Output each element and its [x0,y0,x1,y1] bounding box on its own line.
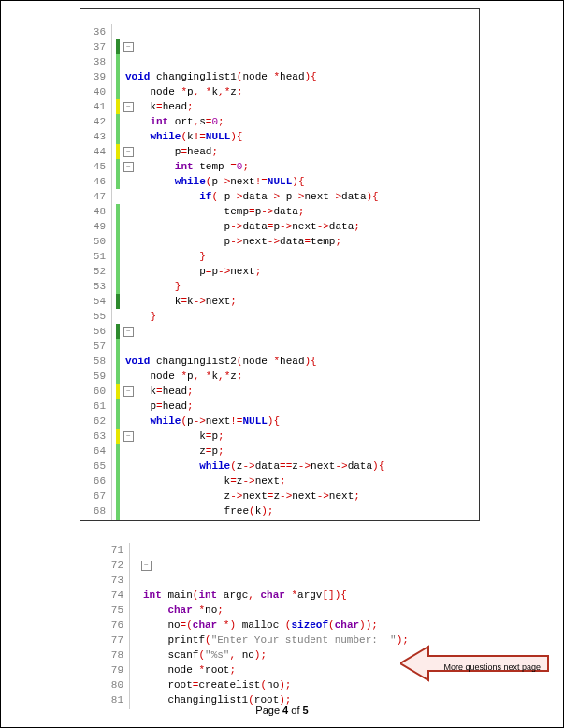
line-number: 57 [80,339,106,354]
line-number: 52 [80,264,106,279]
line-number: 40 [80,84,106,99]
line-number: 74 [98,588,123,603]
code-line: z->next=z->next->next; [125,488,479,503]
line-number: 56 [80,324,106,339]
change-marks-2: − [130,558,143,709]
code-line: k=k->next; [125,294,479,309]
line-number: 49 [80,219,106,234]
line-number: 60 [80,384,106,399]
line-number: 47 [80,189,106,204]
fold-toggle-icon[interactable]: − [123,42,134,52]
change-mark [116,473,120,488]
line-number: 42 [80,114,106,129]
line-number: 45 [80,159,106,174]
line-number: 63 [80,429,106,444]
line-number: 51 [80,249,106,264]
code-line: k=head; [125,99,479,114]
code-line: node *p, *k,*z; [125,369,479,384]
change-mark [116,518,120,521]
code-line: } [125,324,479,339]
code-line: temp=p->data; [125,204,479,219]
change-mark [116,99,120,114]
change-mark [116,174,120,189]
code-line: p->next->data=temp; [125,234,479,249]
line-number: 69 [80,518,106,521]
change-mark [116,503,120,518]
code-line: k=head; [125,384,479,399]
fold-toggle-icon[interactable]: − [123,431,134,442]
code-line: no=(char *) malloc (sizeof(char)); [143,618,472,633]
change-mark [116,429,120,444]
code-line: z=p; [125,444,479,459]
line-number: 59 [80,369,106,384]
change-mark [116,264,120,279]
change-mark [116,84,120,99]
code-line: p=head; [125,399,479,414]
change-mark [116,114,120,129]
fold-toggle-icon[interactable]: − [123,162,134,172]
fold-toggle-icon[interactable]: − [123,327,134,337]
code-line: p=head; [125,144,479,159]
change-mark [116,354,120,369]
code-line: p=p->next; [125,264,479,279]
fold-toggle-icon[interactable]: − [141,561,152,571]
change-mark [116,54,120,69]
line-number: 54 [80,294,106,309]
line-number: 79 [98,662,123,677]
code-line: while(k!=NULL){ [125,129,479,144]
code-line: p->data=p->next->data; [125,219,479,234]
change-mark [116,219,120,234]
line-number: 64 [80,444,106,459]
line-number: 73 [98,573,123,588]
code-line: } [125,309,479,324]
change-mark [116,249,120,264]
line-gutter-2: 717273747576777879808182 [98,543,130,709]
change-mark [116,369,120,384]
code-block-1: 3637383940414243444546474849505152535455… [80,8,480,521]
line-number: 58 [80,354,106,369]
line-number: 71 [98,543,123,558]
code-line: void changinglist2(node *head){ [125,354,479,369]
change-mark [116,234,120,249]
line-number: 39 [80,69,106,84]
change-mark [116,324,120,339]
code-line: } [125,249,479,264]
code-line: void changinglist1(node *head){ [125,69,479,84]
line-number: 38 [80,54,106,69]
change-mark [116,69,120,84]
line-number: 68 [80,503,106,518]
code-line: char *no; [143,603,472,618]
fold-toggle-icon[interactable]: − [123,147,134,157]
change-mark [116,204,120,219]
page-footer: Page 4 of 5 [1,705,563,716]
code-line: if( p->data > p->next->data){ [125,189,479,204]
change-mark [116,129,120,144]
line-number: 37 [80,39,106,54]
line-number: 77 [98,633,123,648]
line-number: 75 [98,603,123,618]
change-mark [116,159,120,174]
line-number: 53 [80,279,106,294]
change-mark [116,459,120,473]
change-mark [116,414,120,429]
line-number: 72 [98,558,123,573]
code-line: while(p->next!=NULL){ [125,174,479,189]
change-mark [116,384,120,399]
change-mark [116,339,120,354]
code-lines-1: void changinglist1(node *head){ node *p,… [125,69,479,521]
line-gutter-1: 3637383940414243444546474849505152535455… [80,24,112,521]
fold-toggle-icon[interactable]: − [123,386,134,397]
line-number: 66 [80,473,106,488]
code-line: int main(int argc, char *argv[]){ [143,588,472,603]
change-mark [116,488,120,503]
line-number: 80 [98,677,123,692]
code-line: k=z->next; [125,473,479,488]
line-number: 67 [80,488,106,503]
code-line [125,339,479,354]
code-line: int temp =0; [125,159,479,174]
change-mark [116,279,120,294]
document-page: 3637383940414243444546474849505152535455… [0,0,564,728]
line-number: 61 [80,399,106,414]
fold-toggle-icon[interactable]: − [123,102,134,112]
line-number: 36 [80,24,106,39]
